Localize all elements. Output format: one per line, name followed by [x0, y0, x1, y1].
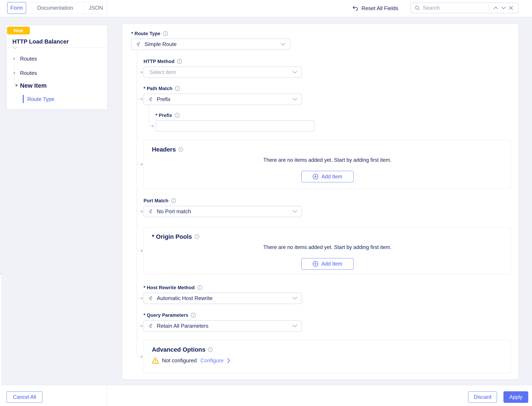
sidebar-item-routes-2[interactable]: Routes	[20, 70, 37, 76]
port-match-select[interactable]: No Port match	[144, 206, 302, 217]
left-edge-panel-strip	[0, 275, 1, 385]
query-params-label: * Query Parameters	[144, 312, 188, 318]
plus-circle-icon	[312, 174, 318, 180]
form-tree-dot	[140, 325, 143, 327]
footer-divider	[107, 386, 107, 406]
form-tree-elbow	[137, 353, 141, 357]
host-rewrite-select[interactable]: Automatic Host Rewrite	[144, 293, 302, 304]
query-params-select[interactable]: Retain All Parameters	[144, 320, 302, 332]
path-match-select[interactable]: Prefix	[144, 94, 302, 105]
cancel-all-button[interactable]: Cancel All	[7, 391, 43, 403]
search-input[interactable]	[423, 5, 488, 11]
http-method-select[interactable]: Select item	[144, 67, 302, 78]
origin-pools-add-item-label: Add Item	[321, 261, 342, 267]
form-tree-dot	[140, 163, 143, 166]
form-tree-dot	[140, 210, 143, 213]
new-status-badge: New	[7, 27, 30, 35]
advanced-options-status-row: Not configured Configure	[152, 357, 503, 364]
reset-all-fields-label: Reset All Fields	[362, 5, 398, 11]
active-item-indicator	[23, 95, 24, 103]
headers-section: Headers There are no items added yet. St…	[144, 140, 511, 189]
headers-empty-text: There are no items added yet. Start by a…	[152, 157, 503, 163]
port-match-label: Port Match	[144, 198, 169, 203]
headers-add-item-button[interactable]: Add Item	[301, 171, 354, 182]
info-icon[interactable]	[208, 347, 213, 352]
search-prev-icon[interactable]	[492, 6, 500, 9]
chevron-down-icon	[292, 325, 297, 327]
info-icon[interactable]	[197, 285, 202, 290]
tab-json[interactable]: JSON	[85, 2, 107, 14]
route-type-select[interactable]: Simple Route	[131, 39, 290, 50]
info-icon[interactable]	[171, 198, 176, 203]
apply-button[interactable]: Apply	[503, 391, 528, 403]
warning-icon	[152, 357, 159, 364]
search-box	[410, 3, 518, 13]
host-rewrite-label-row: * Host Rewrite Method	[144, 284, 202, 291]
tree-bullet-icon	[13, 58, 15, 59]
navigation-sidebar: New HTTP Load Balancer Routes Routes New…	[7, 25, 107, 109]
footer-action-bar: Cancel All Discard Apply	[0, 385, 532, 406]
route-split-icon	[136, 41, 142, 47]
chevron-down-icon	[292, 71, 297, 74]
http-method-label-row: HTTP Method	[144, 58, 182, 65]
info-icon[interactable]	[194, 234, 200, 239]
discard-button[interactable]: Discard	[468, 391, 497, 403]
sidebar-item-routes-1[interactable]: Routes	[20, 56, 37, 62]
sidebar-item-new-item[interactable]: New Item	[20, 82, 47, 89]
chevron-down-icon	[292, 98, 297, 101]
route-type-value: Simple Route	[145, 41, 177, 47]
prefix-tree-line	[148, 105, 149, 124]
origin-pools-title: * Origin Pools	[152, 233, 192, 240]
plus-circle-icon	[312, 261, 318, 267]
tab-form-label: Form	[10, 5, 23, 11]
search-divider	[489, 5, 489, 11]
info-icon[interactable]	[177, 59, 182, 64]
reset-all-fields-button[interactable]: Reset All Fields	[352, 0, 398, 17]
query-params-label-row: * Query Parameters	[144, 312, 196, 319]
top-toolbar: Form Documentation JSON Reset All Fields	[0, 0, 532, 17]
path-match-label-row: * Path Match	[144, 85, 180, 92]
chevron-right-icon[interactable]	[227, 358, 230, 363]
view-tab-group: Form Documentation JSON	[7, 2, 107, 14]
route-split-icon	[148, 295, 154, 301]
undo-icon	[352, 5, 359, 12]
configure-link[interactable]: Configure	[200, 358, 224, 364]
tab-documentation-label: Documentation	[37, 5, 73, 11]
sidebar-title: HTTP Load Balancer	[12, 38, 69, 45]
form-tree-dot	[140, 71, 143, 73]
headers-title-row: Headers	[152, 146, 503, 153]
headers-add-item-label: Add Item	[321, 174, 342, 180]
chevron-down-icon	[292, 210, 297, 213]
info-icon[interactable]	[163, 31, 168, 36]
prefix-tree-dot	[151, 125, 154, 127]
route-type-label: * Route Type	[131, 31, 160, 36]
info-icon[interactable]	[174, 113, 180, 118]
page: Form Documentation JSON Reset All Fields	[0, 0, 532, 406]
search-close-icon[interactable]	[508, 6, 515, 10]
origin-pools-section: * Origin Pools There are no items added …	[144, 227, 511, 275]
headers-title: Headers	[152, 146, 176, 153]
prefix-input[interactable]	[155, 120, 314, 131]
host-rewrite-value: Automatic Host Rewrite	[157, 295, 213, 301]
port-match-label-row: Port Match	[144, 197, 176, 204]
advanced-options-title: Advanced Options	[152, 346, 205, 353]
advanced-options-status: Not configured	[162, 358, 197, 364]
tab-documentation[interactable]: Documentation	[26, 2, 85, 14]
origin-pools-empty-text: There are no items added yet. Start by a…	[152, 244, 503, 250]
tab-form[interactable]: Form	[7, 2, 26, 14]
prefix-label: * Prefix	[155, 113, 172, 118]
form-tree-dot	[140, 355, 143, 358]
info-icon[interactable]	[178, 147, 183, 152]
sidebar-item-route-type[interactable]: Route Type	[27, 96, 54, 102]
collapse-chevron-icon[interactable]	[12, 46, 19, 50]
info-icon[interactable]	[175, 86, 180, 91]
form-tree-elbow	[137, 95, 141, 99]
search-next-icon[interactable]	[500, 6, 508, 9]
search-icon	[414, 5, 420, 11]
left-edge-scroll-artifact	[0, 268, 1, 274]
origin-pools-add-item-button[interactable]: Add Item	[301, 258, 354, 270]
info-icon[interactable]	[191, 312, 196, 318]
host-rewrite-label: * Host Rewrite Method	[144, 285, 195, 290]
tree-bullet-icon	[13, 72, 15, 74]
route-split-icon	[148, 96, 154, 102]
